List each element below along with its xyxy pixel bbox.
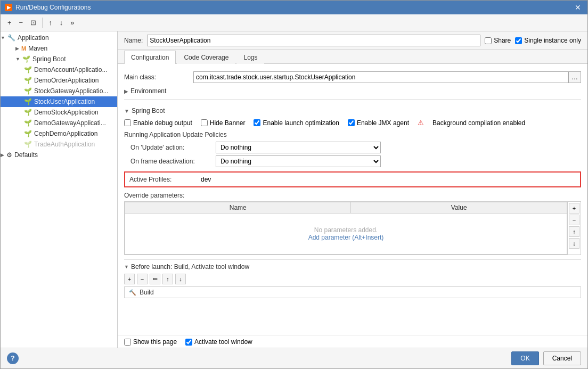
sidebar-item-label: DemoStockApplication	[34, 109, 99, 116]
tab-code-coverage[interactable]: Code Coverage	[177, 51, 235, 64]
enable-debug-text: Enable debug output	[133, 119, 192, 127]
remove-config-button[interactable]: −	[17, 17, 26, 28]
before-launch-toolbar: + − ✏ ↑ ↓	[124, 274, 581, 284]
on-update-label: On 'Update' action:	[130, 144, 216, 151]
sidebar: ▼ 🔧 Application ▶ M Maven ▼ 🌱 Spring Boo…	[1, 31, 118, 348]
before-launch-header[interactable]: ▼ Before launch: Build, Activate tool wi…	[124, 263, 581, 270]
hide-banner-label[interactable]: Hide Banner	[201, 119, 246, 127]
sidebar-item-label: CephDemoApplication	[34, 130, 97, 137]
spring-icon: 🌱	[24, 98, 32, 105]
build-icon: 🔨	[129, 289, 136, 296]
sidebar-item-tradeauth[interactable]: 🌱 TradeAuthApplication	[1, 139, 117, 150]
update-policies: Running Application Update Policies On '…	[124, 131, 581, 167]
name-row: Name: Share Single instance only	[118, 31, 587, 50]
help-button[interactable]: ?	[7, 352, 19, 364]
chevron-down-icon: ▼	[124, 108, 129, 114]
sidebar-item-maven[interactable]: ▶ M Maven	[1, 43, 117, 54]
background-compilation-text: Background compilation enabled	[432, 119, 525, 127]
main-class-input[interactable]	[193, 71, 568, 83]
move-down-before-launch-button[interactable]: ↓	[175, 274, 186, 284]
enable-jmx-checkbox[interactable]	[348, 119, 355, 126]
sidebar-item-defaults[interactable]: ▶ ⚙ Defaults	[1, 150, 117, 160]
maven-icon: M	[21, 45, 26, 52]
bottom-options: Show this page Activate tool window	[118, 335, 587, 348]
cancel-button[interactable]: Cancel	[543, 351, 581, 365]
defaults-icon: ⚙	[6, 151, 12, 159]
add-param-button[interactable]: +	[569, 203, 579, 214]
tab-logs[interactable]: Logs	[236, 51, 264, 64]
ok-button[interactable]: OK	[511, 351, 538, 365]
activate-tool-window-checkbox[interactable]	[185, 339, 192, 346]
main-class-browse-button[interactable]: …	[568, 71, 581, 83]
sidebar-item-label: StockUserApplication	[34, 98, 95, 105]
override-params-title: Override parameters:	[124, 192, 581, 199]
remove-param-button[interactable]: −	[569, 215, 579, 225]
enable-debug-label[interactable]: Enable debug output	[124, 119, 192, 127]
tab-configuration[interactable]: Configuration	[124, 51, 176, 64]
spring-icon: 🌱	[22, 55, 30, 63]
share-checkbox-label[interactable]: Share	[485, 37, 511, 44]
share-checkbox[interactable]	[485, 37, 492, 44]
single-instance-checkbox-label[interactable]: Single instance only	[515, 37, 581, 44]
single-instance-checkbox[interactable]	[515, 37, 522, 44]
move-param-up-button[interactable]: ↑	[569, 226, 579, 237]
edit-before-launch-button[interactable]: ✏	[150, 274, 160, 284]
sidebar-item-springboot[interactable]: ▼ 🌱 Spring Boot	[1, 54, 117, 64]
spring-icon: 🌱	[24, 87, 32, 95]
spring-options-row: Enable debug output Hide Banner Enable l…	[124, 119, 581, 127]
move-param-down-button[interactable]: ↓	[569, 238, 579, 249]
before-launch: ▼ Before launch: Build, Activate tool wi…	[124, 259, 581, 298]
sidebar-item-stockgateway[interactable]: 🌱 StockGatewayApplicatio...	[1, 86, 117, 96]
sidebar-item-label: TradeAuthApplication	[34, 141, 95, 148]
activate-tool-window-label[interactable]: Activate tool window	[185, 338, 252, 346]
remove-before-launch-button[interactable]: −	[137, 274, 148, 284]
add-before-launch-button[interactable]: +	[124, 274, 135, 284]
on-update-select[interactable]: Do nothing	[216, 142, 381, 153]
spring-boot-header[interactable]: ▼ Spring Boot	[124, 107, 581, 114]
active-profiles-input[interactable]	[199, 175, 576, 184]
move-up-button[interactable]: ↑	[46, 17, 55, 28]
environment-section-header[interactable]: ▶ Environment	[124, 87, 581, 95]
share-label: Share	[494, 37, 511, 44]
move-up-before-launch-button[interactable]: ↑	[162, 274, 173, 284]
chevron-down-icon: ▼	[124, 264, 129, 269]
error-icon: ⚠	[418, 119, 424, 127]
hide-banner-checkbox[interactable]	[201, 119, 208, 126]
show-this-page-label[interactable]: Show this page	[124, 338, 177, 346]
tab-bar: Configuration Code Coverage Logs	[118, 50, 587, 64]
show-this-page-checkbox[interactable]	[124, 339, 131, 346]
enable-launch-opt-label[interactable]: Enable launch optimization	[254, 119, 339, 127]
bottom-right: OK Cancel	[511, 351, 581, 365]
sidebar-item-cephdemo[interactable]: 🌱 CephDemoApplication	[1, 128, 117, 139]
sidebar-item-stockuser[interactable]: 🌱 StockUserApplication	[1, 96, 117, 107]
main-content: ▼ 🔧 Application ▶ M Maven ▼ 🌱 Spring Boo…	[1, 31, 587, 348]
enable-debug-checkbox[interactable]	[124, 119, 131, 126]
enable-launch-opt-checkbox[interactable]	[254, 119, 260, 126]
table-actions: + − ↑ ↓	[567, 202, 581, 255]
add-param-link[interactable]: Add parameter (Alt+Insert)	[308, 234, 384, 241]
sidebar-item-label: DemoAccountApplicatio...	[34, 66, 107, 73]
name-input[interactable]	[147, 35, 480, 46]
close-button[interactable]: ✕	[573, 3, 583, 12]
sidebar-item-demoorder[interactable]: 🌱 DemoOrderApplication	[1, 75, 117, 86]
sidebar-item-label: Defaults	[14, 151, 38, 159]
spring-icon: 🌱	[24, 119, 32, 127]
on-frame-label: On frame deactivation:	[130, 158, 216, 165]
copy-config-button[interactable]: ⊡	[28, 17, 39, 28]
on-frame-select[interactable]: Do nothing	[216, 155, 381, 167]
name-label: Name:	[124, 37, 143, 44]
sidebar-item-label: DemoGatewayApplicati...	[34, 119, 106, 127]
enable-launch-opt-text: Enable launch optimization	[263, 119, 339, 127]
sidebar-item-demostock[interactable]: 🌱 DemoStockApplication	[1, 107, 117, 118]
sidebar-item-demoaccount[interactable]: 🌱 DemoAccountApplicatio...	[1, 64, 117, 75]
main-class-label: Main class:	[124, 73, 193, 81]
sidebar-item-application[interactable]: ▼ 🔧 Application	[1, 32, 117, 43]
build-label: Build	[140, 289, 154, 296]
sidebar-item-label: Maven	[28, 45, 47, 52]
sidebar-item-demogateway[interactable]: 🌱 DemoGatewayApplicati...	[1, 118, 117, 128]
chevron-icon: ▶	[1, 152, 4, 158]
enable-jmx-label[interactable]: Enable JMX agent	[348, 119, 409, 127]
add-config-button[interactable]: +	[5, 17, 14, 28]
move-down-button[interactable]: ↓	[57, 17, 66, 28]
more-button[interactable]: »	[68, 17, 77, 28]
